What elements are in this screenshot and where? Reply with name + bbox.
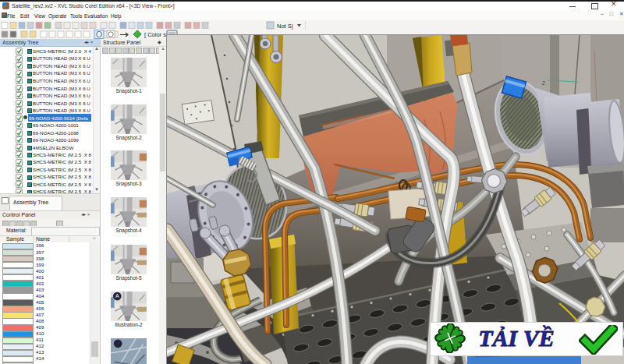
svg-text:2: 2 <box>541 80 545 86</box>
svg-text:A: A <box>115 293 119 299</box>
svg-text:[ Color s: [ Color s <box>144 31 166 38</box>
svg-text:Not S|: Not S| <box>277 23 293 30</box>
